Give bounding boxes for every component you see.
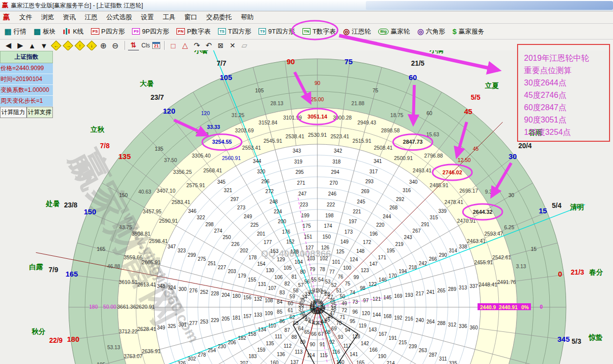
zoom-in-icon[interactable]: ⊕: [98, 40, 109, 50]
svg-text:319: 319: [294, 159, 303, 164]
svg-text:57: 57: [298, 283, 304, 288]
menu-item-江恩[interactable]: 江恩: [80, 12, 102, 23]
svg-text:179: 179: [238, 273, 246, 279]
svg-text:178: 178: [249, 255, 257, 260]
nav-down-icon[interactable]: ▼: [39, 40, 49, 50]
svg-text:119: 119: [358, 323, 366, 328]
svg-text:228: 228: [211, 291, 219, 296]
svg-text:150: 150: [322, 234, 331, 240]
svg-text:278: 278: [198, 352, 206, 358]
svg-text:90: 90: [287, 57, 295, 66]
svg-text:113: 113: [295, 349, 303, 355]
box-x-tool-icon[interactable]: ⊠: [215, 40, 226, 50]
toolbar-button-行情[interactable]: ▦行情: [3, 26, 28, 37]
service-icon: $: [452, 28, 456, 35]
svg-text:3559.66: 3559.66: [124, 254, 142, 260]
svg-text:5/5: 5/5: [471, 93, 481, 101]
zoom-out-icon[interactable]: ⊖: [110, 40, 121, 50]
pan-up-icon[interactable]: ↑: [74, 40, 85, 50]
calc-button-计算阻力[interactable]: 计算阻力: [0, 107, 27, 118]
svg-text:134: 134: [258, 327, 266, 332]
svg-text:271: 271: [297, 180, 306, 186]
svg-text:320: 320: [257, 169, 265, 174]
svg-text:2455.91: 2455.91: [474, 259, 493, 265]
annotation-box: 2019年江恩轮中轮重要点位测算30度2644点45度2746点60度2847点…: [517, 44, 610, 142]
svg-text:2553.41: 2553.41: [242, 145, 261, 151]
menu-item-工具[interactable]: 工具: [158, 12, 180, 23]
svg-text:312: 312: [448, 322, 456, 327]
svg-text:70: 70: [336, 321, 342, 326]
svg-text:311: 311: [439, 356, 447, 362]
svg-text:173: 173: [345, 229, 353, 235]
toolbar-button-江恩轮[interactable]: ◎江恩轮: [342, 26, 372, 37]
svg-text:270: 270: [330, 180, 338, 186]
toolbar-button-T四方形[interactable]: TST四方形: [217, 26, 253, 37]
toolbar-button-赢家轮[interactable]: Big赢家轮: [377, 26, 411, 37]
svg-text:275: 275: [198, 256, 206, 262]
toolbar-button-9P四方形[interactable]: P99P四方形: [131, 26, 171, 37]
svg-text:53: 53: [325, 279, 331, 284]
nav-left-icon[interactable]: ◀: [3, 40, 14, 50]
menu-item-公式选股[interactable]: 公式选股: [102, 12, 136, 23]
calc-button-计算支撑[interactable]: 计算支撑: [27, 107, 53, 118]
svg-text:180: 180: [67, 335, 79, 343]
rotate-ccw-icon[interactable]: ↶: [203, 40, 214, 50]
pan-right-icon[interactable]: →: [62, 40, 73, 50]
svg-text:3051.14: 3051.14: [307, 114, 328, 120]
nav-right-icon[interactable]: ▶: [15, 40, 26, 50]
menu-item-窗口[interactable]: 窗口: [180, 12, 202, 23]
menu-item-交易委托[interactable]: 交易委托: [202, 12, 236, 23]
menu-item-浏览[interactable]: 浏览: [37, 12, 58, 23]
toolbar-button-板块[interactable]: ▩板块: [32, 26, 57, 37]
svg-text:45: 45: [464, 107, 473, 116]
svg-text:338: 338: [459, 244, 467, 249]
svg-text:167: 167: [379, 331, 387, 337]
svg-text:52: 52: [331, 283, 337, 288]
menu-item-帮助[interactable]: 帮助: [236, 12, 258, 23]
svg-text:2949.43: 2949.43: [357, 120, 376, 125]
svg-text:293: 293: [365, 179, 374, 184]
svg-text:61: 61: [288, 308, 294, 313]
toolbar-button-K线[interactable]: K线: [61, 26, 85, 37]
svg-text:160: 160: [270, 360, 279, 364]
svg-text:6.25: 6.25: [504, 224, 515, 230]
svg-text:2478.41: 2478.41: [444, 199, 463, 205]
svg-text:127: 127: [306, 245, 314, 250]
menu-item-文件[interactable]: 文件: [15, 12, 37, 23]
menu-item-设置[interactable]: 设置: [136, 12, 158, 23]
svg-text:248: 248: [269, 199, 278, 204]
nav-up-icon[interactable]: ▲: [27, 40, 38, 50]
svg-text:0: 0: [558, 270, 562, 278]
svg-text:148: 148: [356, 248, 365, 254]
toolbar-button-T数字表[interactable]: TNT数字表: [301, 26, 338, 37]
svg-text:120: 120: [362, 311, 370, 316]
toolbar-button-六角形[interactable]: ◎六角形: [416, 26, 446, 37]
cross-arrows-tool-icon[interactable]: ✕: [227, 40, 238, 50]
svg-text:135: 135: [266, 341, 274, 346]
toolbar-button-P四方形[interactable]: PSP四方形: [89, 26, 126, 37]
svg-text:28.13: 28.13: [270, 100, 283, 106]
svg-text:217: 217: [416, 291, 424, 296]
pan-left-icon[interactable]: ←: [50, 40, 61, 50]
menu-item-资讯[interactable]: 资讯: [58, 12, 80, 23]
calendar-icon[interactable]: 21: [152, 42, 160, 49]
svg-text:226: 226: [231, 242, 240, 247]
toolbar-button-赢家服务[interactable]: $赢家服务: [451, 26, 485, 37]
svg-text:60: 60: [409, 73, 417, 81]
svg-text:221: 221: [353, 209, 361, 214]
pan-down-icon[interactable]: ↓: [86, 40, 97, 50]
cls-button-icon[interactable]: Cls: [140, 40, 151, 50]
svg-text:46.88: 46.88: [107, 263, 120, 269]
svg-text:135: 135: [155, 146, 164, 152]
toolbar-button-P数字表[interactable]: PNP数字表: [175, 26, 212, 37]
t-updown-icon[interactable]: ⇅: [128, 40, 139, 51]
svg-text:144: 144: [373, 312, 381, 318]
svg-text:142: 142: [361, 341, 369, 346]
svg-text:43.75: 43.75: [119, 224, 132, 230]
rect-tool-icon[interactable]: □: [168, 40, 178, 50]
toolbar-button-9T四方形[interactable]: T99T四方形: [257, 26, 297, 37]
svg-text:246: 246: [328, 191, 337, 197]
rotate-cw-icon[interactable]: ↷: [191, 40, 202, 50]
triangle-tool-icon[interactable]: △: [179, 40, 190, 50]
screen-tool-icon[interactable]: ▱: [239, 40, 250, 50]
